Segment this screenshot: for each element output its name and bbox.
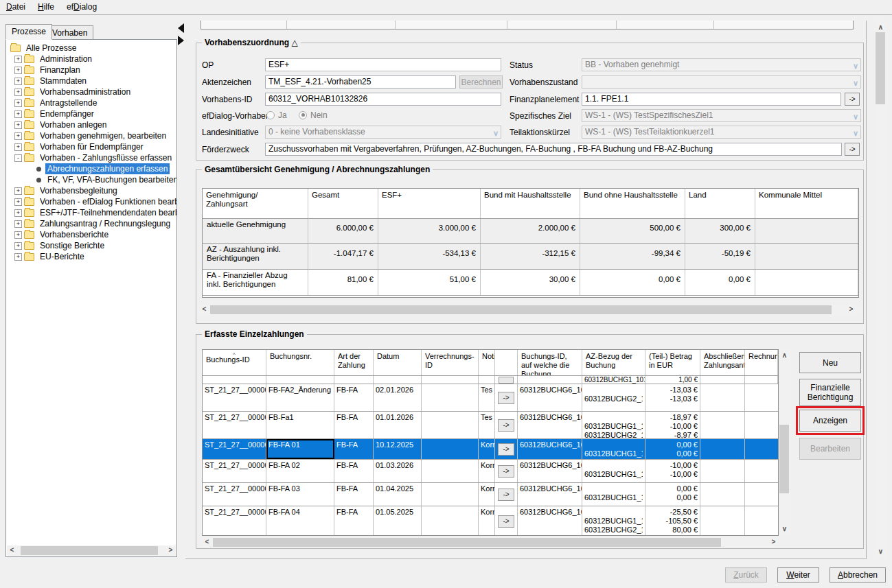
gesamtuebersicht-scrollbar-thumb[interactable] <box>210 305 832 314</box>
scroll-down-icon[interactable]: ∨ <box>779 524 790 534</box>
collapse-icon[interactable]: △ <box>291 38 297 47</box>
radio-ja[interactable] <box>266 111 275 119</box>
menu-efdialog[interactable]: efDialog <box>60 0 103 13</box>
expand-plus-icon[interactable]: + <box>14 220 22 228</box>
finanzplanelement-open-button[interactable]: -> <box>845 93 860 106</box>
note-open-button[interactable]: -> <box>498 443 514 456</box>
tree-item-zahlungsantrag-rechnungslegung[interactable]: +Zahlungsantrag / Rechnungslegung <box>6 218 176 229</box>
expand-plus-icon[interactable]: + <box>14 231 22 239</box>
abbrechen-button[interactable]: Abbrechen <box>830 567 886 583</box>
tree-item-endempf-nger[interactable]: +Endempfänger <box>6 108 176 119</box>
berechnen-button[interactable]: Berechnen <box>459 75 503 89</box>
einzelzahlung-row[interactable]: ST_21_27__000000FB-FA 02FB-FA01.03.2026K… <box>203 460 778 483</box>
splitter-collapse-left-icon[interactable] <box>178 23 184 33</box>
scroll-left-icon[interactable]: < <box>7 545 17 556</box>
radio-nein[interactable] <box>299 111 307 119</box>
note-open-button[interactable]: -> <box>498 392 514 404</box>
scroll-left-icon[interactable]: < <box>199 305 209 315</box>
tree-item-vorhaben-f-r-endempf-nger[interactable]: +Vorhaben für Endempfänger <box>6 141 176 152</box>
tree-scrollbar-thumb[interactable] <box>21 546 158 555</box>
scroll-right-icon[interactable]: > <box>846 305 856 315</box>
scroll-up-icon[interactable]: ∧ <box>876 23 886 33</box>
tree-item-administration[interactable]: +Administration <box>6 54 176 64</box>
tree-item-alle-prozesse[interactable]: Alle Prozesse <box>6 43 176 54</box>
aktenzeichen-field[interactable]: TM_ESF_4.21.-Vorhaben25 <box>265 75 456 89</box>
spezifisches-ziel-combo[interactable]: WS-1 - (WS) TestSpezifischesZiel1 ∨ <box>582 109 861 122</box>
table-row[interactable]: FA - Finanzieller Abzug inkl. Berichtigu… <box>203 270 858 296</box>
tab-prozesse[interactable]: Prozesse <box>5 24 52 40</box>
status-combo[interactable]: BB - Vorhaben genehmigt ∨ <box>582 58 861 71</box>
note-open-button[interactable]: -> <box>498 515 514 528</box>
scroll-right-icon[interactable]: > <box>768 537 779 548</box>
tree-item-vorhaben-zahlungsfl-sse-erfassen[interactable]: -Vorhaben - Zahlungsflüsse erfassen <box>6 152 176 163</box>
tree-item-esf-jtf-teilnehmendendaten-bearbeiten[interactable]: +ESF+/JTF-Teilnehmendendaten bearbeiten <box>6 207 176 218</box>
vorhabenszustand-combo[interactable]: ∨ <box>582 75 861 89</box>
tree-item-vorhabensadministration[interactable]: +Vorhabensadministration <box>6 86 176 97</box>
collapse-minus-icon[interactable]: - <box>14 154 22 162</box>
foerderzweck-field[interactable]: Zuschussvorhaben mit Vergabeverfahren, P… <box>265 143 842 156</box>
tree-item-sonstige-berichte[interactable]: +Sonstige Berichte <box>6 240 176 251</box>
page-vertical-scrollbar[interactable]: ∧ ∨ <box>875 21 887 558</box>
tree-item-fk-vf-vfa-buchungen-bearbeiten[interactable]: FK, VF, VFA-Buchungen bearbeiten <box>6 174 176 185</box>
einzelzahlung-row[interactable]: ST_21_27__000000FB-FA 04FB-FA01.05.2025K… <box>203 506 778 536</box>
neu-button[interactable]: Neu <box>799 352 861 373</box>
tree-item-finanzplan[interactable]: +Finanzplan <box>6 64 176 75</box>
expand-plus-icon[interactable]: + <box>14 56 22 63</box>
expand-plus-icon[interactable]: + <box>14 209 22 217</box>
finanzielle-berichtigung-button[interactable]: Finanzielle Berichtigung <box>799 379 861 406</box>
teilaktionskuerzel-combo[interactable]: WS-1 - (WS) TestTeilaktionkuerzel1 ∨ <box>582 126 861 139</box>
zur-ck-button[interactable]: Zurück <box>725 567 767 583</box>
expand-plus-icon[interactable]: + <box>14 253 22 261</box>
tree-item-vorhaben-genehmigen-bearbeiten[interactable]: +Vorhaben genehmigen, bearbeiten <box>6 130 176 141</box>
expand-plus-icon[interactable]: + <box>14 121 22 129</box>
tree-item-vorhabensberichte[interactable]: +Vorhabensberichte <box>6 229 176 240</box>
tree-horizontal-scrollbar[interactable]: < > <box>7 545 176 556</box>
expand-plus-icon[interactable]: + <box>14 187 22 195</box>
expand-plus-icon[interactable]: + <box>14 143 22 151</box>
tree-item-vorhabensbegleitung[interactable]: +Vorhabensbegleitung <box>6 185 176 196</box>
foerderzweck-open-button[interactable]: -> <box>845 143 860 156</box>
anzeigen-button[interactable]: Anzeigen <box>799 410 861 432</box>
expand-plus-icon[interactable]: + <box>14 67 22 74</box>
expand-plus-icon[interactable]: + <box>14 89 22 96</box>
table-row[interactable]: AZ - Auszahlung inkl. Berichtigungen-1.0… <box>203 244 858 270</box>
tree-item-stammdaten[interactable]: +Stammdaten <box>6 75 176 86</box>
einzelzahlung-row[interactable]: ST_21_27__000000FB-FA2_ÄnderungFB-FA02.0… <box>203 384 778 412</box>
tree-item-vorhaben-efdialog-funktionen-bearbeiten[interactable]: +Vorhaben - efDialog Funktionen bearbeit… <box>6 196 176 207</box>
menu-datei[interactable]: Datei <box>0 0 32 13</box>
expand-plus-icon[interactable]: + <box>14 198 22 206</box>
tree-item-abrechnungszahlungen-erfassen[interactable]: Abrechnungszahlungen erfassen <box>6 163 176 174</box>
note-open-button[interactable] <box>499 377 514 384</box>
einzelzahlungen-vscrollbar-thumb[interactable] <box>779 425 789 493</box>
tree-item-vorhaben-anlegen[interactable]: +Vorhaben anlegen <box>6 119 176 130</box>
weiter-button[interactable]: Weiter <box>777 567 819 583</box>
expand-plus-icon[interactable]: + <box>14 78 22 85</box>
expand-plus-icon[interactable]: + <box>14 99 22 107</box>
tree-item-antragstellende[interactable]: +Antragstellende <box>6 97 176 108</box>
tree-item-eu-berichte[interactable]: +EU-Berichte <box>6 251 176 262</box>
landesinitiative-combo[interactable]: 0 - keine Vorhabensklasse ∨ <box>265 126 501 139</box>
expand-plus-icon[interactable]: + <box>14 242 22 250</box>
tab-vorhaben[interactable]: Vorhaben <box>46 25 93 40</box>
expand-plus-icon[interactable]: + <box>14 132 22 140</box>
menu-hilfe[interactable]: Hilfe <box>32 0 60 13</box>
einzelzahlungen-horizontal-scrollbar[interactable]: < > <box>202 537 779 548</box>
einzelzahlung-row[interactable]: ST_21_27__000000FB-FA 03FB-FA01.04.2025K… <box>203 483 778 506</box>
note-open-button[interactable]: -> <box>498 489 514 501</box>
note-open-button[interactable]: -> <box>498 465 514 478</box>
page-scrollbar-thumb[interactable] <box>876 32 885 104</box>
bearbeiten-button[interactable]: Bearbeiten <box>799 438 861 460</box>
table-row[interactable]: aktuelle Genehmigung6.000,00 €3.000,00 €… <box>203 219 858 244</box>
scroll-right-icon[interactable]: > <box>165 545 176 556</box>
scroll-down-icon[interactable]: ∨ <box>876 547 886 557</box>
einzelzahlung-row[interactable]: ST_21_27__000000FB-Fa1FB-FA01.01.2026Tes… <box>203 412 778 439</box>
splitter-collapse-right-icon[interactable] <box>178 36 184 45</box>
vorhabens-id-field[interactable]: 60312_VORHAB10132826 <box>265 93 501 106</box>
scroll-up-icon[interactable]: ∧ <box>779 351 790 361</box>
scroll-left-icon[interactable]: < <box>202 537 212 548</box>
einzelzahlungen-hscrollbar-thumb[interactable] <box>213 538 721 547</box>
einzelzahlung-row[interactable]: ST_21_27__000000FB-FA 01FB-FA10.12.2025K… <box>203 439 778 460</box>
einzelzahlungen-vertical-scrollbar[interactable]: ∧ ∨ <box>779 349 790 536</box>
op-field[interactable]: ESF+ <box>265 58 501 71</box>
gesamtuebersicht-horizontal-scrollbar[interactable]: < > <box>198 305 858 316</box>
